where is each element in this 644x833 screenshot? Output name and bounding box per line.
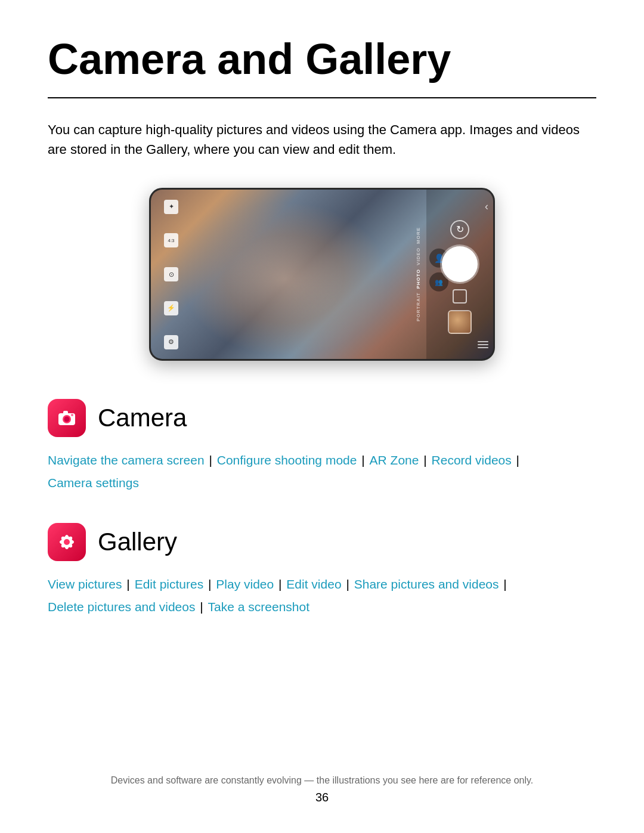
timer-icon: ⊙ <box>164 267 178 281</box>
phone-screen: ✦ 4:3 ⊙ ⚡ ⚙ 👤 👥 MORE VIDEO PHOTO PORTRAI… <box>151 190 493 359</box>
camera-section-header: Camera <box>48 399 596 437</box>
gallery-section-title: Gallery <box>98 528 177 556</box>
menu-icon <box>478 341 488 348</box>
link-configure-shooting[interactable]: Configure shooting mode <box>217 453 357 467</box>
link-play-video[interactable]: Play video <box>216 577 274 591</box>
link-navigate-camera[interactable]: Navigate the camera screen <box>48 453 205 467</box>
gallery-sep-1: | <box>123 577 134 591</box>
page-title: Camera and Gallery <box>48 36 596 83</box>
gallery-thumbnail[interactable] <box>448 310 472 334</box>
mode-more: MORE <box>416 227 421 244</box>
camera-section-title: Camera <box>98 404 187 432</box>
separator-2: | <box>358 453 368 467</box>
gallery-links: View pictures | Edit pictures | Play vid… <box>48 573 596 618</box>
link-camera-settings[interactable]: Camera settings <box>48 476 139 490</box>
gallery-sep-6: | <box>196 600 206 614</box>
gallery-sep-2: | <box>205 577 215 591</box>
camera-left-controls: ✦ 4:3 ⊙ ⚡ ⚙ <box>160 190 182 359</box>
separator-4: | <box>513 453 519 467</box>
title-divider <box>48 97 596 98</box>
back-arrow-icon: ‹ <box>485 200 488 213</box>
camera-icon-svg <box>56 407 78 429</box>
phone-image-container: ✦ 4:3 ⊙ ⚡ ⚙ 👤 👥 MORE VIDEO PHOTO PORTRAI… <box>48 188 596 361</box>
mode-photo: PHOTO <box>416 269 421 289</box>
link-ar-zone[interactable]: AR Zone <box>370 453 419 467</box>
flash-icon: ✦ <box>164 200 178 214</box>
lightning-icon: ⚡ <box>164 301 178 315</box>
gallery-icon-svg <box>55 531 78 553</box>
shutter-button[interactable] <box>442 246 478 282</box>
mode-video: VIDEO <box>416 247 421 265</box>
separator-1: | <box>206 453 216 467</box>
gallery-app-icon <box>48 523 86 561</box>
ratio-icon: 4:3 <box>164 233 178 247</box>
camera-right-panel: MORE VIDEO PHOTO PORTRAIT ‹ ↻ <box>410 190 493 359</box>
separator-3: | <box>420 453 430 467</box>
camera-controls: ‹ ↻ <box>426 190 493 359</box>
gallery-sep-3: | <box>275 577 285 591</box>
settings-icon: ⚙ <box>164 335 178 349</box>
svg-point-9 <box>64 539 70 545</box>
gallery-sep-4: | <box>343 577 353 591</box>
flip-camera-button[interactable]: ↻ <box>450 220 469 239</box>
link-view-pictures[interactable]: View pictures <box>48 577 122 591</box>
camera-modes: MORE VIDEO PHOTO PORTRAIT <box>410 190 426 359</box>
gallery-thumb-image <box>449 311 470 333</box>
svg-point-4 <box>71 414 73 416</box>
link-record-videos[interactable]: Record videos <box>432 453 512 467</box>
mode-portrait: PORTRAIT <box>416 292 421 321</box>
person-silhouette <box>181 202 389 357</box>
camera-app-icon <box>48 399 86 437</box>
camera-links: Navigate the camera screen | Configure s… <box>48 449 596 494</box>
gallery-sep-5: | <box>500 577 507 591</box>
link-edit-video[interactable]: Edit video <box>286 577 341 591</box>
link-delete-pictures-videos[interactable]: Delete pictures and videos <box>48 600 195 614</box>
link-edit-pictures[interactable]: Edit pictures <box>135 577 204 591</box>
gallery-section-header: Gallery <box>48 523 596 561</box>
footer-note: Devices and software are constantly evol… <box>0 775 644 786</box>
link-take-screenshot[interactable]: Take a screenshot <box>208 600 309 614</box>
svg-point-2 <box>64 417 70 422</box>
link-share-pictures-videos[interactable]: Share pictures and videos <box>354 577 499 591</box>
intro-text: You can capture high-quality pictures an… <box>48 120 596 159</box>
footer-page-number: 36 <box>0 791 644 804</box>
video-mode-button[interactable] <box>453 289 467 304</box>
svg-rect-3 <box>63 411 68 414</box>
phone-mockup: ✦ 4:3 ⊙ ⚡ ⚙ 👤 👥 MORE VIDEO PHOTO PORTRAI… <box>149 188 495 361</box>
footer: Devices and software are constantly evol… <box>0 775 644 804</box>
